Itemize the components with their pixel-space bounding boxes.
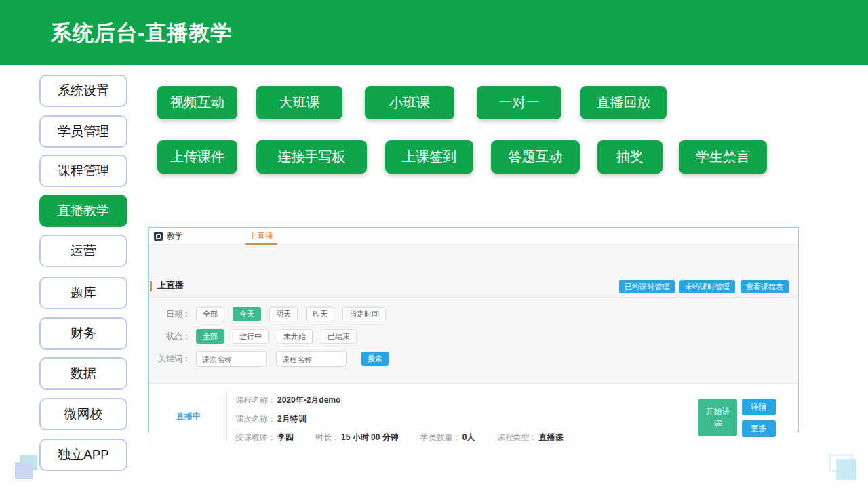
feature-button-live-replay[interactable]: 直播回放 bbox=[580, 86, 667, 119]
search-button[interactable]: 搜索 bbox=[361, 352, 389, 366]
sidebar-item-course-management[interactable]: 课程管理 bbox=[39, 155, 127, 187]
sidebar-item-student-management[interactable]: 学员管理 bbox=[39, 115, 127, 148]
teacher-group: 授课教师： 李四 bbox=[235, 432, 294, 443]
sidebar-item-micro-school[interactable]: 微网校 bbox=[39, 398, 127, 430]
students-label: 学员数量： bbox=[420, 432, 461, 443]
feature-button-class-checkin[interactable]: 上课签到 bbox=[385, 140, 473, 174]
admin-panel: 教学 上直播 上直播 已约课时管理 未约课时管理 查看课程表 日期： 全部 今天… bbox=[148, 227, 799, 432]
feature-button-connect-tablet[interactable]: 连接手写板 bbox=[256, 140, 367, 174]
course-name-input[interactable] bbox=[276, 351, 347, 367]
feature-button-upload-courseware[interactable]: 上传课件 bbox=[157, 140, 237, 174]
status-filter-row: 状态： 全部 进行中 未开始 已结束 bbox=[158, 329, 365, 344]
status-option-not-started[interactable]: 未开始 bbox=[277, 329, 313, 344]
feature-button-mute-students[interactable]: 学生禁言 bbox=[679, 140, 767, 174]
panel-tabbar: 教学 上直播 bbox=[149, 228, 798, 245]
feature-button-large-class[interactable]: 大班课 bbox=[256, 86, 342, 119]
duration-value: 15 小时 00 分钟 bbox=[341, 432, 399, 443]
feature-button-lucky-draw[interactable]: 抽奖 bbox=[597, 140, 663, 174]
course-type-group: 课程类型： 直播课 bbox=[496, 432, 563, 443]
course-name-value: 2020年-2月demo bbox=[277, 394, 340, 406]
date-filter-row: 日期： 全部 今天 明天 昨天 指定时间 bbox=[158, 307, 394, 321]
duration-group: 时长： 15 小时 00 分钟 bbox=[315, 432, 399, 443]
lesson-name-value: 2月特训 bbox=[277, 413, 307, 425]
section-title: 上直播 bbox=[157, 279, 184, 291]
header-banner: 系统后台-直播教学 bbox=[0, 0, 868, 65]
live-status-badge: 直播中 bbox=[176, 411, 201, 422]
date-option-custom[interactable]: 指定时间 bbox=[342, 307, 386, 321]
deco-square-lavender-left bbox=[15, 462, 33, 479]
keyword-filter-row: 关键词： 搜索 bbox=[158, 351, 389, 367]
sidebar-item-standalone-app[interactable]: 独立APP bbox=[39, 439, 127, 471]
course-list-row: 直播中 课程名称： 2020年-2月demo 课次名称： 2月特训 授课教师： … bbox=[149, 384, 797, 449]
page-title: 系统后台-直播教学 bbox=[51, 19, 232, 47]
feature-button-quiz-interaction[interactable]: 答题互动 bbox=[491, 140, 580, 174]
students-value: 0人 bbox=[462, 432, 475, 443]
date-option-today[interactable]: 今天 bbox=[233, 307, 261, 321]
teacher-label: 授课教师： bbox=[235, 432, 276, 443]
course-type-value: 直播课 bbox=[538, 432, 563, 443]
feature-button-video-interaction[interactable]: 视频互动 bbox=[157, 86, 237, 119]
page: 系统后台-直播教学 系统设置 学员管理 课程管理 直播教学 运营 题库 财务 数… bbox=[0, 0, 868, 488]
status-option-finished[interactable]: 已结束 bbox=[321, 329, 357, 344]
keyword-filter-label: 关键词： bbox=[158, 353, 191, 365]
course-name-label: 课程名称： bbox=[235, 394, 276, 406]
sidebar-item-finance[interactable]: 财务 bbox=[39, 317, 127, 350]
divider bbox=[149, 297, 798, 298]
status-filter-label: 状态： bbox=[158, 331, 191, 342]
lesson-name-line: 课次名称： 2月特训 bbox=[235, 413, 307, 425]
detail-button[interactable]: 详情 bbox=[742, 399, 776, 415]
sidebar-item-operations[interactable]: 运营 bbox=[39, 235, 127, 267]
teaching-app-icon bbox=[154, 232, 163, 241]
tab-start-live[interactable]: 上直播 bbox=[245, 228, 277, 245]
status-option-all[interactable]: 全部 bbox=[196, 329, 224, 344]
sidebar-item-live-teaching[interactable]: 直播教学 bbox=[39, 195, 127, 227]
duration-label: 时长： bbox=[315, 432, 340, 443]
status-option-ongoing[interactable]: 进行中 bbox=[233, 329, 269, 344]
teacher-value: 李四 bbox=[277, 432, 294, 443]
date-option-yesterday[interactable]: 昨天 bbox=[306, 307, 334, 321]
course-type-label: 课程类型： bbox=[496, 432, 537, 443]
unbooked-lessons-button[interactable]: 未约课时管理 bbox=[679, 280, 735, 293]
sidebar-item-question-bank[interactable]: 题库 bbox=[39, 277, 127, 309]
course-name-line: 课程名称： 2020年-2月demo bbox=[235, 394, 340, 406]
lesson-name-input[interactable] bbox=[196, 351, 267, 367]
sidebar-item-system-settings[interactable]: 系统设置 bbox=[39, 75, 127, 107]
date-filter-label: 日期： bbox=[158, 308, 191, 320]
sidebar-item-data[interactable]: 数据 bbox=[39, 357, 127, 390]
view-schedule-button[interactable]: 查看课程表 bbox=[741, 280, 789, 293]
vertical-divider bbox=[226, 392, 227, 441]
start-teaching-button[interactable]: 开始讲课 bbox=[698, 399, 737, 436]
more-button[interactable]: 更多 bbox=[742, 420, 776, 437]
lesson-name-label: 课次名称： bbox=[235, 413, 276, 425]
feature-button-one-on-one[interactable]: 一对一 bbox=[477, 86, 561, 119]
booked-lessons-button[interactable]: 已约课时管理 bbox=[619, 280, 675, 293]
panel-body: 上直播 已约课时管理 未约课时管理 查看课程表 日期： 全部 今天 明天 昨天 … bbox=[149, 245, 798, 432]
date-option-tomorrow[interactable]: 明天 bbox=[269, 307, 298, 321]
feature-button-small-class[interactable]: 小班课 bbox=[365, 86, 454, 119]
students-group: 学员数量： 0人 bbox=[420, 432, 475, 443]
section-accent-bar bbox=[150, 281, 152, 291]
deco-square-cyan-right bbox=[836, 459, 856, 480]
date-option-all[interactable]: 全部 bbox=[196, 307, 224, 321]
course-meta-line: 授课教师： 李四 时长： 15 小时 00 分钟 学员数量： 0人 课程类型： … bbox=[235, 432, 585, 443]
app-label: 教学 bbox=[167, 228, 183, 245]
